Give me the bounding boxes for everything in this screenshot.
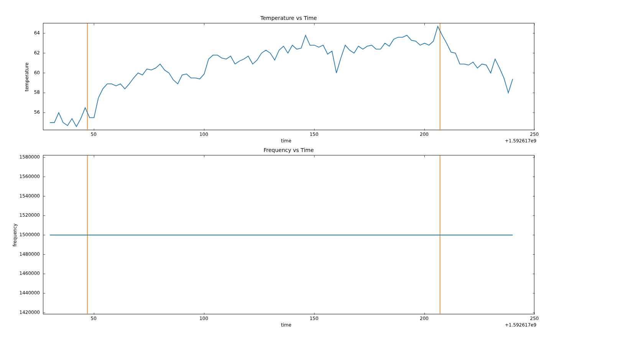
xtick-label: 200 xyxy=(420,132,429,137)
plot-svg-frequency xyxy=(43,155,535,315)
x-offset-temperature: +1.592617e9 xyxy=(505,138,536,144)
xtick-label: 250 xyxy=(530,132,539,137)
chart-title-frequency: Frequency vs Time xyxy=(43,147,534,153)
xtick-label: 100 xyxy=(199,316,208,321)
xlabel-temperature: time xyxy=(281,138,291,144)
plot-svg-temperature xyxy=(43,23,535,131)
figure: { "chart_data": [ { "type": "line", "tit… xyxy=(0,0,644,356)
xtick-label: 250 xyxy=(530,316,539,321)
xtick-label: 200 xyxy=(420,316,429,321)
xtick-label: 150 xyxy=(310,132,319,137)
plot-area-temperature xyxy=(43,23,534,130)
ylabel-temperature: temperature xyxy=(24,62,30,91)
ylabel-frequency: frequency xyxy=(12,224,18,247)
xtick-label: 150 xyxy=(310,316,319,321)
plot-area-frequency xyxy=(43,155,534,314)
xtick-label: 50 xyxy=(91,132,97,137)
x-offset-frequency: +1.592617e9 xyxy=(505,322,536,328)
xlabel-frequency: time xyxy=(281,322,291,328)
xtick-label: 100 xyxy=(199,132,208,137)
data-line-temperature xyxy=(50,26,513,127)
xtick-label: 50 xyxy=(91,316,97,321)
chart-title-temperature: Temperature vs Time xyxy=(43,15,534,21)
